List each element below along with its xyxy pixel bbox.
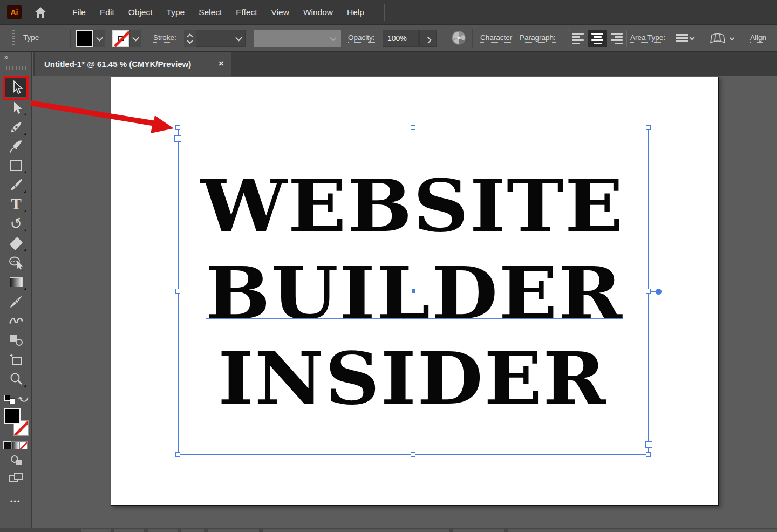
zoom-tool[interactable] bbox=[4, 370, 28, 388]
home-button[interactable] bbox=[32, 4, 49, 20]
width-profile-dropdown bbox=[254, 30, 341, 47]
type-tool[interactable]: T bbox=[4, 195, 28, 214]
curvature-tool[interactable] bbox=[4, 137, 28, 155]
taskbar-sliver bbox=[0, 528, 777, 532]
paragraph-link[interactable]: Paragraph: bbox=[520, 33, 556, 43]
chevron-down-icon bbox=[690, 35, 695, 40]
fill-swatch[interactable] bbox=[4, 408, 21, 424]
menu-effect[interactable]: Effect bbox=[229, 0, 264, 24]
menu-type[interactable]: Type bbox=[160, 0, 192, 24]
align-left-button[interactable] bbox=[568, 30, 588, 47]
area-type-options-button[interactable] bbox=[676, 34, 694, 42]
stepper-down-icon bbox=[187, 38, 193, 44]
stroke-weight-stepper[interactable] bbox=[184, 30, 196, 47]
eraser-icon bbox=[10, 237, 23, 250]
edit-toolbar-button[interactable]: ••• bbox=[10, 497, 21, 506]
selection-handle[interactable] bbox=[646, 125, 651, 130]
shape-builder-icon bbox=[9, 256, 24, 270]
document-tab[interactable]: Untitled-1* @ 61.45 % (CMYK/Preview) × bbox=[35, 52, 231, 76]
zoom-icon bbox=[9, 372, 23, 386]
opacity-input[interactable]: 100% bbox=[383, 30, 419, 47]
fill-color-dropdown[interactable] bbox=[93, 30, 105, 47]
fill-color-swatch[interactable] bbox=[76, 30, 93, 47]
menu-object[interactable]: Object bbox=[121, 0, 160, 24]
selection-handle[interactable] bbox=[646, 452, 651, 457]
menubar-separator bbox=[384, 4, 385, 21]
selection-handle[interactable] bbox=[411, 125, 415, 130]
direct-selection-arrow-icon bbox=[10, 101, 23, 115]
panel-expand-button[interactable]: » bbox=[4, 53, 9, 61]
lines-icon bbox=[676, 34, 688, 42]
menu-window[interactable]: Window bbox=[296, 0, 340, 24]
align-link[interactable]: Align bbox=[750, 33, 766, 43]
paint-style-buttons bbox=[3, 441, 28, 449]
chevron-down-icon bbox=[730, 36, 735, 41]
artboard-tool[interactable] bbox=[4, 351, 28, 369]
color-button[interactable] bbox=[3, 441, 11, 449]
paintbrush-tool[interactable] bbox=[4, 176, 28, 194]
annotation-highlight-box bbox=[3, 76, 29, 100]
selection-handle[interactable] bbox=[411, 452, 415, 457]
recolor-artwork-button[interactable] bbox=[451, 30, 466, 47]
menu-bar: Ai File Edit Object Type Select Effect V… bbox=[0, 0, 777, 24]
envelope-distort-button[interactable] bbox=[710, 32, 734, 46]
panel-grip[interactable] bbox=[12, 30, 15, 46]
align-center-button[interactable] bbox=[588, 30, 607, 47]
menu-help[interactable]: Help bbox=[340, 0, 371, 24]
screen-mode-button[interactable] bbox=[9, 473, 23, 483]
shape-builder-tool[interactable] bbox=[4, 254, 28, 272]
opacity-label[interactable]: Opacity: bbox=[348, 33, 375, 43]
swap-fill-stroke-icon[interactable]: ⤸ bbox=[18, 397, 29, 402]
selection-handle[interactable] bbox=[175, 452, 180, 457]
panel-grip[interactable] bbox=[6, 66, 26, 70]
stroke-color-swatch[interactable] bbox=[112, 30, 130, 47]
eraser-tool[interactable] bbox=[4, 234, 28, 253]
rectangle-tool[interactable] bbox=[4, 156, 28, 175]
separator bbox=[446, 29, 446, 48]
rotate-icon: ↺ bbox=[9, 215, 24, 233]
gradient-button[interactable] bbox=[11, 441, 19, 449]
default-fill-stroke-icon[interactable] bbox=[4, 395, 15, 404]
none-button[interactable] bbox=[19, 441, 28, 449]
menu-file[interactable]: File bbox=[65, 0, 93, 24]
artboard-icon bbox=[9, 353, 23, 367]
warp-icon bbox=[710, 32, 726, 46]
eyedropper-tool[interactable] bbox=[4, 292, 28, 311]
text-anchor-handle[interactable] bbox=[645, 441, 652, 448]
paintbrush-icon bbox=[9, 178, 23, 192]
tab-close-button[interactable]: × bbox=[219, 58, 224, 69]
opacity-arrow-button[interactable] bbox=[419, 30, 437, 47]
object-center-point bbox=[412, 289, 415, 293]
direct-selection-tool[interactable] bbox=[4, 99, 28, 117]
stroke-weight-dropdown[interactable] bbox=[196, 30, 246, 47]
menu-select[interactable]: Select bbox=[192, 0, 229, 24]
puppet-warp-tool[interactable] bbox=[4, 311, 28, 330]
menu-edit[interactable]: Edit bbox=[93, 0, 121, 24]
stroke-label[interactable]: Stroke: bbox=[153, 33, 176, 43]
separator bbox=[472, 29, 473, 48]
text-anchor-handle[interactable] bbox=[174, 135, 181, 142]
stroke-color-dropdown[interactable] bbox=[130, 30, 141, 47]
align-left-icon bbox=[572, 33, 584, 35]
selection-handle[interactable] bbox=[646, 289, 651, 294]
separator bbox=[744, 29, 744, 48]
selection-handle[interactable] bbox=[175, 125, 180, 130]
app-logo-icon[interactable]: Ai bbox=[7, 5, 22, 19]
rotate-tool[interactable]: ↺ bbox=[4, 215, 28, 233]
illustrator-window: Ai File Edit Object Type Select Effect V… bbox=[0, 0, 777, 532]
pen-tool[interactable] bbox=[4, 118, 28, 137]
selection-handle[interactable] bbox=[175, 289, 180, 294]
area-type-label[interactable]: Area Type: bbox=[630, 33, 665, 43]
area-type-conversion-widget[interactable] bbox=[656, 289, 662, 295]
menu-view[interactable]: View bbox=[264, 0, 296, 24]
context-label: Type bbox=[23, 33, 39, 42]
draw-mode-button[interactable] bbox=[11, 455, 22, 465]
gradient-tool[interactable] bbox=[4, 273, 28, 291]
blend-tool[interactable] bbox=[4, 331, 28, 350]
chevron-right-icon bbox=[425, 36, 432, 43]
character-link[interactable]: Character bbox=[480, 33, 512, 43]
recolor-artwork-icon bbox=[451, 30, 466, 45]
align-right-button[interactable] bbox=[607, 30, 626, 47]
chevron-down-icon bbox=[235, 34, 242, 41]
chevron-down-icon bbox=[330, 34, 337, 41]
